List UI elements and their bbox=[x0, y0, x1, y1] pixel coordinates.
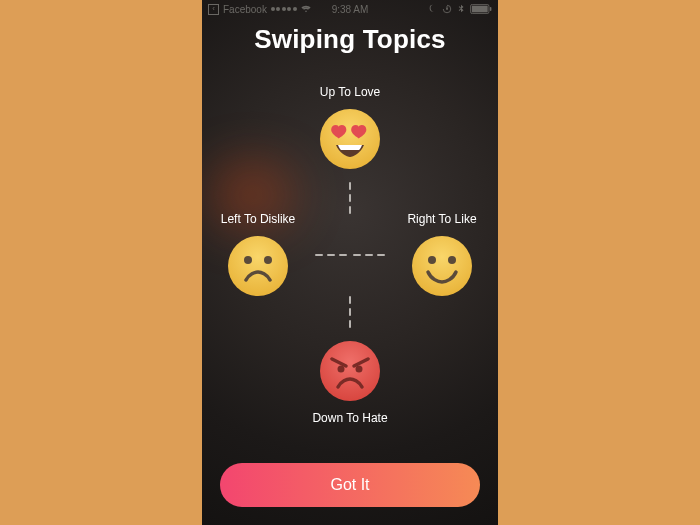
direction-right-label: Right To Like bbox=[407, 212, 476, 226]
svg-point-3 bbox=[320, 109, 380, 169]
love-face-icon bbox=[318, 107, 382, 171]
svg-point-12 bbox=[356, 366, 363, 373]
status-bar: ‹ Facebook 9:38 AM bbox=[202, 0, 498, 18]
swipe-indicator-up-icon bbox=[349, 182, 351, 214]
direction-up: Up To Love bbox=[300, 85, 400, 171]
swipe-direction-diagram: Up To Love Left To Dislike Ri bbox=[202, 85, 498, 425]
direction-up-label: Up To Love bbox=[320, 85, 381, 99]
swipe-indicator-down-icon bbox=[349, 296, 351, 328]
got-it-button[interactable]: Got It bbox=[220, 463, 480, 507]
svg-point-10 bbox=[320, 341, 380, 401]
svg-point-4 bbox=[228, 236, 288, 296]
svg-point-5 bbox=[244, 256, 252, 264]
direction-right: Right To Like bbox=[392, 212, 492, 298]
happy-face-icon bbox=[410, 234, 474, 298]
direction-down-label: Down To Hate bbox=[312, 411, 387, 425]
svg-point-11 bbox=[338, 366, 345, 373]
swipe-indicator-right-icon bbox=[353, 254, 385, 256]
direction-left: Left To Dislike bbox=[208, 212, 308, 298]
page-title: Swiping Topics bbox=[202, 24, 498, 55]
angry-face-icon bbox=[318, 339, 382, 403]
direction-down: Down To Hate bbox=[300, 339, 400, 425]
svg-point-6 bbox=[264, 256, 272, 264]
direction-left-label: Left To Dislike bbox=[221, 212, 295, 226]
swipe-indicator-left-icon bbox=[315, 254, 347, 256]
sad-face-icon bbox=[226, 234, 290, 298]
app-tutorial-overlay: ‹ Facebook 9:38 AM Swiping Topics Up To … bbox=[202, 0, 498, 525]
svg-point-9 bbox=[448, 256, 456, 264]
svg-point-8 bbox=[428, 256, 436, 264]
svg-point-7 bbox=[412, 236, 472, 296]
clock: 9:38 AM bbox=[202, 4, 498, 15]
